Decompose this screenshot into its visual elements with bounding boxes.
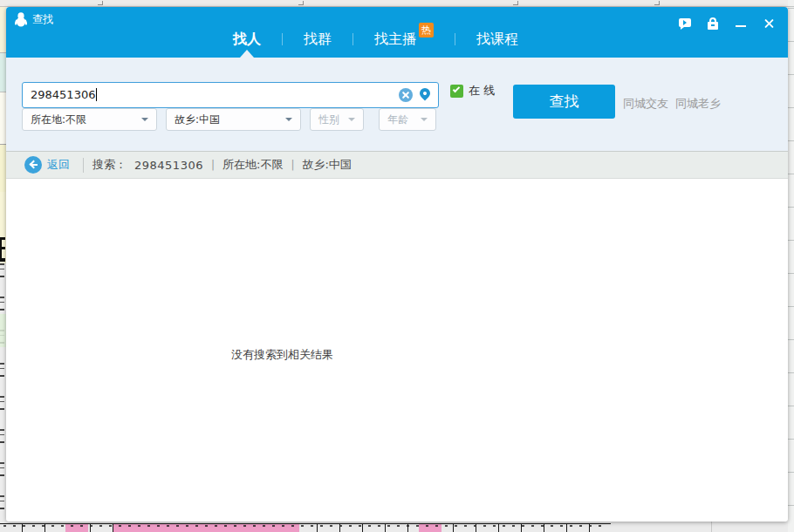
- background-text-fragment: [0, 237, 5, 262]
- background-cell: [0, 192, 6, 263]
- filter-gender-dropdown[interactable]: 性别: [310, 108, 364, 131]
- background-bottom-spreadsheet-row: [0, 522, 794, 532]
- search-form: 298451306 在 线 查找 同城交友 同城老乡 所在地:不限 故乡:中国 …: [6, 58, 788, 151]
- background-corner-mark: [513, 1, 518, 5]
- background-cell: [0, 92, 6, 144]
- result-summary-bar: 返回 搜索： 298451306 | 所在地:不限 | 故乡:中国: [6, 151, 788, 179]
- active-tab-pointer: [240, 50, 254, 58]
- background-gridline: [711, 522, 712, 532]
- location-pin-icon[interactable]: [418, 86, 433, 101]
- find-button[interactable]: 查找: [513, 85, 615, 119]
- summary-query: 298451306: [134, 159, 203, 172]
- hot-badge: 热: [419, 23, 434, 38]
- back-button[interactable]: 返回: [24, 156, 70, 174]
- close-button[interactable]: [763, 17, 776, 30]
- background-corner-mark: [298, 1, 304, 5]
- quick-links: 同城交友 同城老乡: [623, 96, 721, 112]
- search-summary: 搜索： 298451306 | 所在地:不限 | 故乡:中国: [92, 152, 352, 178]
- link-same-city-friends[interactable]: 同城交友: [623, 96, 668, 112]
- filter-hometown-dropdown[interactable]: 故乡:中国: [166, 108, 301, 131]
- filter-age-dropdown[interactable]: 年龄: [379, 108, 436, 131]
- clear-icon[interactable]: [399, 88, 413, 102]
- search-query-text: 298451306: [31, 83, 97, 107]
- back-label: 返回: [47, 157, 70, 173]
- text-cursor: [96, 88, 97, 101]
- arrow-left-circle-icon: [24, 156, 42, 174]
- filter-location-dropdown[interactable]: 所在地:不限: [22, 108, 157, 131]
- search-input[interactable]: 298451306: [22, 82, 439, 108]
- chevron-down-icon: [141, 118, 148, 121]
- background-cell: [0, 52, 6, 92]
- online-label: 在 线: [469, 83, 495, 99]
- summary-location: 所在地:不限: [222, 157, 283, 173]
- qq-find-window: 查找 找人 找群 找主播热 找课程 298451306: [6, 7, 788, 522]
- feedback-bubble-icon[interactable]: [679, 17, 692, 30]
- summary-hometown: 故乡:中国: [302, 157, 351, 173]
- window-title: 查找: [32, 12, 53, 27]
- background-corner-mark: [98, 1, 103, 5]
- online-filter: 在 线: [450, 83, 495, 99]
- background-cell: [0, 144, 6, 192]
- qq-penguin-icon: [15, 12, 27, 27]
- minimize-button[interactable]: [735, 17, 748, 30]
- tab-find-streamer[interactable]: 找主播热: [353, 28, 455, 51]
- background-corner-mark: [654, 1, 660, 5]
- link-same-city-hometown[interactable]: 同城老乡: [675, 96, 721, 112]
- background-left-spreadsheet-edge: [0, 7, 6, 522]
- lock-icon[interactable]: [707, 17, 720, 30]
- titlebar[interactable]: 查找 找人 找群 找主播热 找课程: [6, 7, 788, 58]
- chevron-down-icon: [348, 118, 355, 121]
- background-text-fragment: [3, 525, 607, 527]
- chevron-down-icon: [285, 118, 292, 121]
- background-cell: [0, 7, 6, 52]
- online-checkbox[interactable]: [450, 85, 463, 98]
- results-area: 没有搜索到相关结果: [6, 179, 788, 522]
- empty-result-message: 没有搜索到相关结果: [231, 347, 333, 363]
- background-top-window-edge: [0, 0, 794, 7]
- app-identity: 查找: [15, 12, 53, 27]
- background-green-cell: [0, 314, 6, 347]
- tab-find-group[interactable]: 找群: [283, 28, 353, 51]
- window-controls: [679, 17, 776, 30]
- background-right-spreadsheet-edge: [788, 0, 794, 532]
- background-cell-column: [0, 263, 6, 522]
- divider: [83, 158, 84, 173]
- tab-bar: 找人 找群 找主播热 找课程: [212, 28, 539, 51]
- chevron-down-icon: [421, 118, 428, 121]
- tab-find-person[interactable]: 找人: [212, 28, 282, 51]
- summary-label: 搜索：: [92, 157, 127, 173]
- tab-find-course[interactable]: 找课程: [455, 28, 539, 51]
